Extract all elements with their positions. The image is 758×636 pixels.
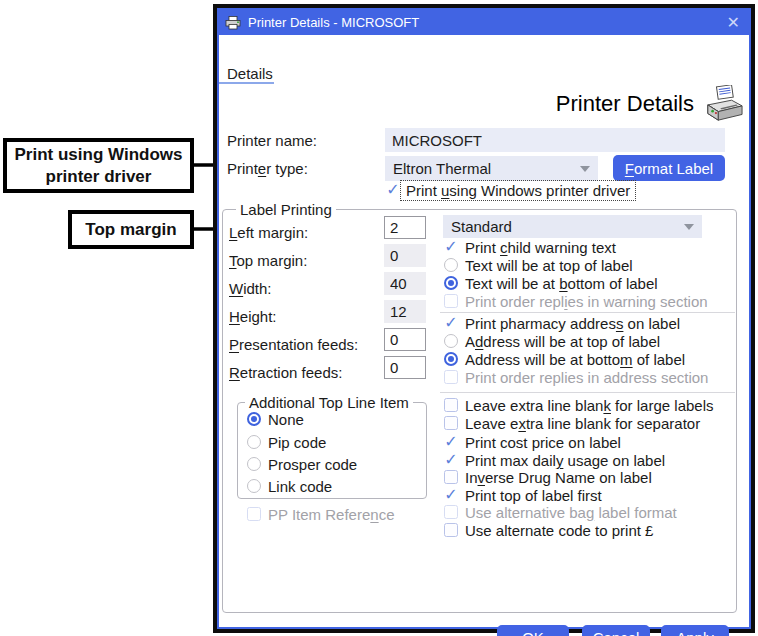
printer-name-field[interactable] (385, 128, 725, 152)
checkmark-icon (443, 486, 459, 504)
option-extra-line-large-labels[interactable]: Leave extra line blank for large labels (443, 396, 714, 414)
option-print-cost-price[interactable]: Print cost price on label (443, 433, 621, 451)
height-field (384, 300, 426, 323)
apply-button[interactable]: Apply (661, 625, 729, 636)
checkbox-unchecked-icon (444, 523, 458, 537)
checkbox-unchecked-icon (444, 470, 458, 484)
callout-top-margin: Top margin (68, 210, 194, 249)
checkbox-unchecked-icon (444, 505, 458, 519)
cancel-button[interactable]: Cancel (582, 625, 650, 636)
page-title: Printer Details (556, 91, 694, 117)
option-print-pharmacy-address[interactable]: Print pharmacy address on label (443, 314, 680, 332)
option-text-at-top[interactable]: Text will be at top of label (443, 256, 633, 274)
option-order-replies-address: Print order replies in address section (443, 368, 708, 386)
callout-text: Print using Windows printer driver (13, 144, 184, 187)
printer-type-value: Eltron Thermal (393, 160, 491, 177)
radio-selected-icon (444, 276, 458, 290)
radio-pip-code[interactable]: Pip code (246, 433, 326, 451)
printer-type-label: Printer type: (227, 160, 308, 177)
printer-name-label: Printer name: (227, 132, 317, 149)
radio-prosper-code[interactable]: Prosper code (246, 455, 357, 473)
window-title: Printer Details - MICROSOFT (248, 15, 419, 30)
window-frame: Printer Details - MICROSOFT ✕ Details Pr… (217, 8, 751, 629)
preset-dropdown[interactable]: Standard (443, 215, 702, 238)
printer-type-dropdown[interactable]: Eltron Thermal (385, 156, 598, 181)
tab-details[interactable]: Details (227, 65, 273, 82)
radio-unselected-icon (444, 334, 458, 348)
printer-icon-large (703, 85, 745, 123)
option-text-at-bottom[interactable]: Text will be at bottom of label (443, 274, 658, 292)
checkbox-unchecked-icon (444, 416, 458, 430)
dialog-content: Details Printer Details (219, 35, 749, 627)
option-alternate-code-pound[interactable]: Use alternate code to print £ (443, 521, 653, 539)
ok-button[interactable]: OK (497, 625, 569, 636)
tab-underline (219, 82, 274, 84)
retraction-feeds-label: Retraction feeds: (229, 364, 342, 381)
option-inverse-drug-name[interactable]: Inverse Drug Name on label (443, 468, 652, 486)
printer-details-window: Printer Details - MICROSOFT ✕ Details Pr… (213, 4, 755, 633)
screenshot-canvas: Print using Windows printer driver Top m… (0, 0, 758, 636)
radio-none[interactable]: None (246, 410, 304, 428)
close-icon[interactable]: ✕ (727, 15, 740, 31)
presentation-feeds-field[interactable] (384, 328, 426, 351)
radio-unselected-icon (247, 457, 261, 471)
width-label: Width: (229, 280, 272, 297)
titlebar[interactable]: Printer Details - MICROSOFT ✕ (219, 10, 749, 35)
radio-unselected-icon (247, 479, 261, 493)
page-title-row: Printer Details (556, 85, 745, 123)
checkbox-unchecked-icon (444, 398, 458, 412)
checkbox-pp-item-reference: PP Item Reference (246, 505, 394, 523)
printer-icon (225, 16, 241, 30)
option-print-top-first[interactable]: Print top of label first (443, 486, 602, 504)
presentation-feeds-label: Presentation feeds: (229, 336, 358, 353)
option-address-at-bottom[interactable]: Address will be at bottom of label (443, 350, 685, 368)
option-print-max-daily-usage[interactable]: Print max daily usage on label (443, 451, 665, 469)
checkbox-unchecked-icon (247, 507, 261, 521)
radio-unselected-icon (247, 435, 261, 449)
height-label: Height: (229, 308, 277, 325)
checkmark-icon (443, 451, 459, 469)
width-field (384, 272, 426, 295)
option-address-at-top[interactable]: Address will be at top of label (443, 332, 660, 350)
checkbox-unchecked-icon (444, 294, 458, 308)
top-margin-field (384, 244, 426, 267)
separator (440, 392, 735, 393)
option-extra-line-separator[interactable]: Leave extra line blank for separator (443, 414, 700, 432)
left-margin-label: Left margin: (229, 224, 308, 241)
checkmark-icon (443, 314, 459, 332)
option-order-replies-warning: Print order replies in warning section (443, 292, 708, 310)
checkmark-icon (443, 238, 459, 256)
checkmark-icon[interactable] (385, 181, 401, 199)
windows-driver-checkbox-label[interactable]: Print using Windows printer driver (400, 180, 636, 201)
radio-selected-icon (247, 412, 261, 426)
checkbox-unchecked-icon (444, 370, 458, 384)
top-margin-label: Top margin: (229, 252, 307, 269)
option-alternative-bag-label: Use alternative bag label format (443, 503, 677, 521)
label-printing-group-label: Label Printing (236, 201, 336, 218)
dropdown-arrow-icon (684, 224, 694, 230)
radio-unselected-icon (444, 258, 458, 272)
additional-top-line-group-label: Additional Top Line Item (245, 394, 413, 411)
callout-print-using-windows-driver: Print using Windows printer driver (3, 138, 194, 193)
option-print-child-warning[interactable]: Print child warning text (443, 238, 616, 256)
left-margin-field[interactable] (384, 216, 426, 239)
preset-value: Standard (451, 218, 512, 235)
callout-text: Top margin (85, 219, 176, 240)
separator (440, 312, 735, 313)
radio-selected-icon (444, 352, 458, 366)
retraction-feeds-field[interactable] (384, 356, 426, 379)
checkmark-icon (443, 433, 459, 451)
radio-link-code[interactable]: Link code (246, 477, 332, 495)
dropdown-arrow-icon (580, 166, 590, 172)
format-label-button[interactable]: Format Label (613, 155, 725, 181)
